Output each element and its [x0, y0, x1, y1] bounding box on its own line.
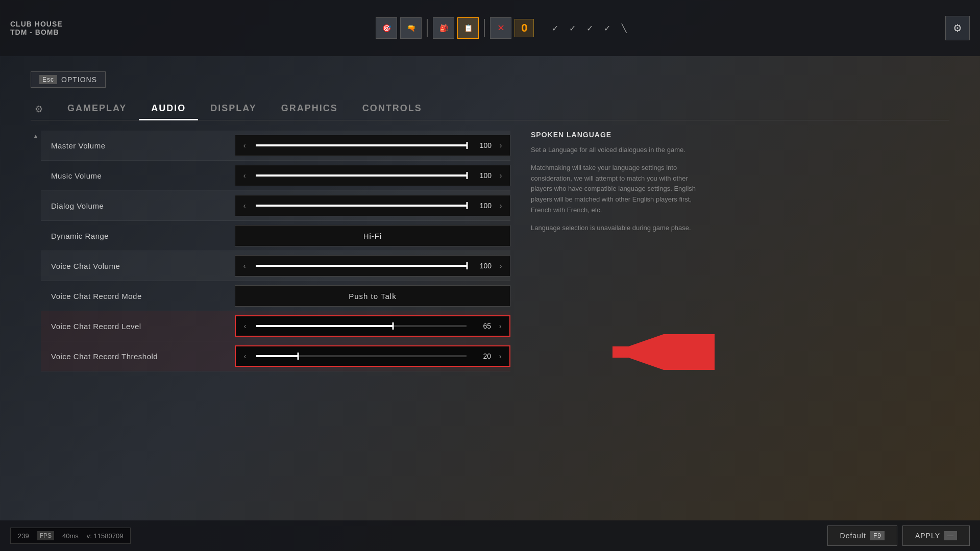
fps-value: 239	[18, 532, 29, 540]
select-record-mode[interactable]: Push to Talk	[235, 285, 510, 307]
slider-value-rec-level: 65	[471, 322, 491, 330]
nav-icon-3[interactable]: 🎒	[433, 17, 454, 39]
tab-navigation: ⚙ GAMEPLAY AUDIO DISPLAY GRAPHICS CONTRO…	[31, 98, 949, 120]
slider-dialog-volume[interactable]: ‹ 100 ›	[235, 195, 510, 216]
nav-sep	[427, 19, 428, 37]
slider-music-volume[interactable]: ‹ 100 ›	[235, 165, 510, 186]
setting-label-master-volume: Master Volume	[41, 141, 235, 150]
apply-key: —	[944, 531, 957, 540]
setting-control-dynamic-range: Hi-Fi	[235, 221, 510, 251]
score-display: 0	[514, 19, 534, 37]
nav-icon-2[interactable]: 🔫	[400, 17, 422, 39]
setting-control-music-volume: ‹ 100 ›	[235, 161, 510, 190]
bottom-buttons: Default F9 APPLY —	[827, 525, 970, 546]
slider-fill-rec-level	[256, 325, 393, 327]
slider-track-dialog	[256, 205, 467, 207]
back-button[interactable]: Esc OPTIONS	[31, 71, 106, 88]
check-5: ╲	[617, 20, 632, 36]
apply-button[interactable]: APPLY —	[902, 525, 970, 546]
slider-left-music[interactable]: ‹	[237, 165, 252, 186]
info-text-1: Set a Language for all voiced dialogues …	[531, 145, 704, 156]
settings-button[interactable]: ⚙	[945, 16, 970, 40]
slider-fill-voice-vol	[256, 265, 467, 267]
info-panel: SPOKEN LANGUAGE Set a Language for all v…	[510, 131, 704, 371]
setting-row-record-level: Voice Chat Record Level ‹ 65 ›	[41, 311, 510, 341]
apply-label: APPLY	[915, 532, 940, 540]
slider-right-rec-thresh[interactable]: ›	[493, 346, 507, 366]
slider-left-voice-vol[interactable]: ‹	[237, 256, 252, 276]
default-button[interactable]: Default F9	[827, 525, 897, 546]
slider-value-master: 100	[471, 141, 492, 149]
check-3: ✓	[582, 20, 597, 36]
setting-row-master-volume: Master Volume ‹ 100 ›	[41, 131, 510, 161]
slider-left-rec-thresh[interactable]: ‹	[238, 346, 252, 366]
tab-display[interactable]: DISPLAY	[198, 98, 268, 120]
slider-left-rec-level[interactable]: ‹	[238, 316, 252, 336]
fps-label: FPS	[37, 531, 54, 540]
slider-right-voice-vol[interactable]: ›	[494, 256, 508, 276]
setting-label-voice-volume: Voice Chat Volume	[41, 262, 235, 270]
setting-row-dynamic-range: Dynamic Range Hi-Fi	[41, 221, 510, 251]
slider-thumb-rec-level	[392, 322, 394, 330]
scroll-up[interactable]: ▲	[32, 133, 40, 141]
version-value: v: 11580709	[87, 532, 124, 540]
slider-record-threshold[interactable]: ‹ 20 ›	[235, 345, 510, 367]
slider-right-master[interactable]: ›	[494, 135, 508, 156]
tab-icon: ⚙	[31, 101, 47, 117]
scroll-bar: ▲	[31, 131, 41, 371]
slider-right-rec-level[interactable]: ›	[493, 316, 507, 336]
slider-fill-dialog	[256, 205, 467, 207]
default-label: Default	[840, 532, 866, 540]
nav-icon-x[interactable]: ✕	[490, 17, 511, 39]
ping-value: 40ms	[62, 532, 79, 540]
slider-master-volume[interactable]: ‹ 100 ›	[235, 135, 510, 156]
slider-left-dialog[interactable]: ‹	[237, 195, 252, 216]
top-bar: CLUB HOUSE TDM - BOMB 🎯 🔫 🎒 📋 ✕ 0 ✓ ✓ ✓ …	[0, 0, 980, 56]
setting-label-dynamic-range: Dynamic Range	[41, 232, 235, 240]
slider-track-master	[256, 144, 467, 146]
setting-label-record-threshold: Voice Chat Record Threshold	[41, 352, 235, 361]
slider-record-level[interactable]: ‹ 65 ›	[235, 315, 510, 337]
map-name: CLUB HOUSE	[10, 20, 63, 28]
info-text-2: Matchmaking will take your language sett…	[531, 163, 704, 216]
tab-audio[interactable]: AUDIO	[139, 98, 198, 120]
setting-control-record-mode: Push to Talk	[235, 281, 510, 311]
slider-thumb-rec-thresh	[298, 353, 299, 360]
nav-icon-4[interactable]: 📋	[457, 17, 479, 39]
nav-icon-1[interactable]: 🎯	[376, 17, 397, 39]
select-dynamic-range[interactable]: Hi-Fi	[235, 225, 510, 246]
slider-thumb-dialog	[467, 202, 468, 209]
slider-thumb-master	[467, 142, 468, 149]
slider-left-master[interactable]: ‹	[237, 135, 252, 156]
default-key: F9	[870, 531, 885, 540]
tab-controls[interactable]: CONTROLS	[350, 98, 434, 120]
setting-row-music-volume: Music Volume ‹ 100 ›	[41, 161, 510, 191]
setting-label-dialog-volume: Dialog Volume	[41, 202, 235, 210]
nav-sep-2	[484, 19, 485, 37]
slider-value-music: 100	[471, 171, 492, 180]
check-icons: ✓ ✓ ✓ ✓ ╲	[547, 20, 632, 36]
slider-voice-volume[interactable]: ‹ 100 ›	[235, 255, 510, 277]
setting-row-record-threshold: Voice Chat Record Threshold ‹ 20 ›	[41, 341, 510, 371]
slider-right-dialog[interactable]: ›	[494, 195, 508, 216]
check-1: ✓	[547, 20, 562, 36]
setting-label-record-mode: Voice Chat Record Mode	[41, 292, 235, 300]
slider-fill-master	[256, 144, 467, 146]
setting-control-record-threshold: ‹ 20 ›	[235, 341, 510, 371]
bottom-bar: 239 FPS 40ms v: 11580709 Default F9 APPL…	[0, 520, 980, 551]
setting-label-music-volume: Music Volume	[41, 171, 235, 180]
info-text-3: Language selection is unavailable during…	[531, 223, 704, 234]
status-info: 239 FPS 40ms v: 11580709	[10, 528, 131, 544]
check-4: ✓	[599, 20, 615, 36]
setting-label-record-level: Voice Chat Record Level	[41, 322, 235, 331]
slider-track-music	[256, 174, 467, 177]
slider-right-music[interactable]: ›	[494, 165, 508, 186]
setting-row-voice-volume: Voice Chat Volume ‹ 100 ›	[41, 251, 510, 281]
settings-panel: ▲ Master Volume ‹ 100 ›	[31, 131, 949, 371]
slider-fill-rec-thresh	[256, 355, 298, 357]
setting-control-master-volume: ‹ 100 ›	[235, 131, 510, 160]
tab-graphics[interactable]: GRAPHICS	[269, 98, 350, 120]
tab-gameplay[interactable]: GAMEPLAY	[55, 98, 139, 120]
setting-control-record-level: ‹ 65 ›	[235, 311, 510, 341]
esc-badge: Esc	[39, 75, 57, 84]
